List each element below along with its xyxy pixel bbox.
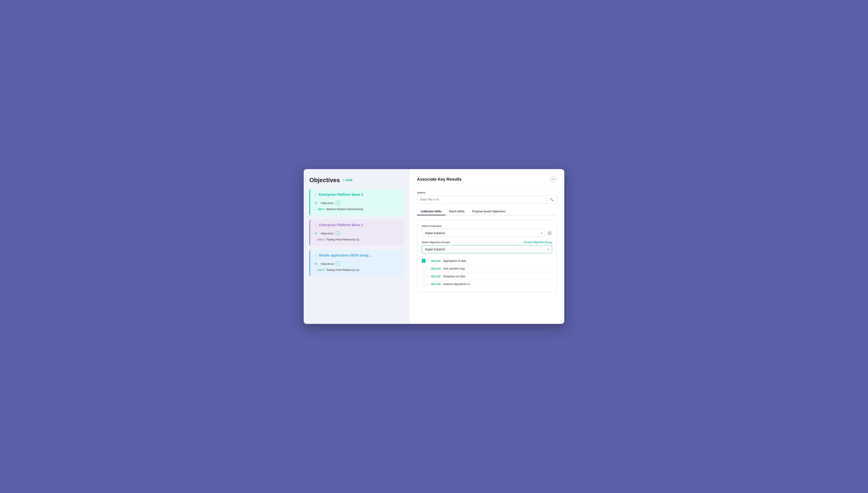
target-icon-2: ◎ <box>315 231 319 235</box>
okr-name-1: User activities logs <box>443 267 465 270</box>
obj-item-row-2: › OBJ-1 Testing Final Release by Q1 <box>315 237 399 242</box>
drag-icon-3: ⊹ <box>315 254 317 257</box>
checkbox-2[interactable] <box>422 274 426 278</box>
okr-chevron-1[interactable]: › <box>428 267 429 270</box>
okr-item-1: › OBJ-278 User activities logs <box>422 265 552 273</box>
left-panel: Objectives + Add ⊹ Enterprise Platform W… <box>304 169 410 324</box>
obj-id-1: OBJ-1 <box>318 208 325 211</box>
okr-item-3: › OBJ-105 Analysis algorythms v1 <box>422 280 552 288</box>
checkbox-1[interactable] <box>422 267 426 271</box>
okr-item-0: › OBJ-201 Aggregation of data <box>422 257 552 265</box>
obj-item-row-1: › OBJ-1 Batches Related Improvements <box>315 207 399 212</box>
search-input-wrap: 🔍 <box>417 195 557 203</box>
tab-batch-okrs[interactable]: Batch OKRs <box>445 208 468 215</box>
chevron-down-icon-2: ▾ <box>548 248 549 251</box>
okr-name-0: Aggregation of data <box>443 259 466 262</box>
search-button[interactable]: 🔍 <box>546 196 557 203</box>
select-collection-label: Select Collection <box>422 224 552 228</box>
select-collection-row: Digital Solutions ▾ i <box>422 229 552 237</box>
okr-chevron-2[interactable]: › <box>428 275 429 277</box>
okr-id-3: OBJ-105 <box>431 283 441 285</box>
okr-id-2: OBJ-280 <box>431 275 441 278</box>
chevron-right-icon-2: › <box>315 238 316 241</box>
add-objective-3-button[interactable]: + <box>336 262 340 266</box>
info-icon[interactable]: i <box>547 231 552 236</box>
select-objective-groups-label: Select Objective Groups <box>422 241 450 244</box>
obj-item-row-3: › OBJ-1 Testing Final Release by Q1 <box>315 267 399 273</box>
card-title-3: Mobile application UI/UX desig… <box>319 254 372 257</box>
card-sub-row-2: ◎ Objectives + <box>315 230 399 237</box>
left-header: Objectives + Add <box>309 177 404 184</box>
checkbox-0[interactable] <box>422 259 426 263</box>
select-collection-dropdown[interactable]: Digital Solutions ▾ <box>422 229 545 237</box>
modal-panel: Associate Key Results × Search 🔍 Collect… <box>410 169 564 324</box>
obj-text-1: Batches Related Improvements <box>326 208 363 211</box>
chevron-right-icon-1: › <box>315 208 316 211</box>
okr-id-0: OBJ-201 <box>431 259 441 262</box>
obj-id-2: OBJ-1 <box>318 238 325 241</box>
create-objective-group-link[interactable]: +Create Objective Group <box>523 241 552 244</box>
search-section: Search 🔍 <box>417 191 557 203</box>
tab-collection-okrs[interactable]: Collection OKRs <box>417 208 445 215</box>
chevron-right-icon-3: › <box>315 269 316 271</box>
objectives-label-2: Objectives <box>321 232 334 235</box>
close-button[interactable]: × <box>550 176 557 183</box>
okr-name-2: Shopping cart data <box>443 275 465 278</box>
search-input[interactable] <box>417 196 546 203</box>
okr-name-3: Analysis algorythms v1 <box>443 282 470 285</box>
chevron-down-icon: ▾ <box>541 232 542 234</box>
card-sub-row-3: ◎ Objectives + <box>315 260 399 267</box>
obj-text-2: Testing Final Release by Q1 <box>326 238 359 241</box>
select-collection-value: Digital Solutions <box>425 231 445 235</box>
select-objective-groups-wrap: Select Objective Groups +Create Objectiv… <box>422 241 552 253</box>
select-collection-wrap: Select Collection Digital Solutions ▾ i <box>422 224 552 237</box>
content-area: Select Collection Digital Solutions ▾ i … <box>417 220 557 293</box>
drag-icon-2: ⊹ <box>315 223 317 227</box>
search-label: Search <box>417 191 557 194</box>
card-sub-row-1: ◎ Objectives + <box>315 199 399 207</box>
select-objective-groups-value: Digital Solutions <box>425 248 445 251</box>
okr-list: › OBJ-201 Aggregation of data › OBJ-278 … <box>422 257 552 288</box>
objective-card-1: ⊹ Enterprise Platform Wave 2 ◎ Objective… <box>309 189 404 216</box>
tab-program-board[interactable]: Program Board Objectives <box>468 208 509 215</box>
obj-groups-header: Select Objective Groups +Create Objectiv… <box>422 241 552 244</box>
checkbox-3[interactable] <box>422 282 426 286</box>
card-title-row-1: ⊹ Enterprise Platform Wave 2 <box>315 193 399 197</box>
modal-title: Associate Key Results <box>417 177 461 182</box>
okr-chevron-0[interactable]: › <box>428 260 429 262</box>
obj-id-3: OBJ-1 <box>318 269 325 272</box>
add-objective-2-button[interactable]: + <box>336 231 340 235</box>
objective-card-2: ⊹ Enterprise Platform Wave 2 ◎ Objective… <box>309 219 404 246</box>
tabs-row: Collection OKRs Batch OKRs Program Board… <box>417 208 557 215</box>
select-objective-groups-dropdown[interactable]: Digital Solutions ▾ <box>422 245 552 253</box>
objectives-label-1: Objectives <box>321 201 334 205</box>
page-title: Objectives <box>309 177 340 184</box>
okr-chevron-3[interactable]: › <box>428 283 429 285</box>
modal-header: Associate Key Results × <box>417 176 557 186</box>
card-title-row-3: ⊹ Mobile application UI/UX desig… <box>315 254 399 257</box>
obj-text-3: Testing Final Release by Q1 <box>326 269 359 272</box>
drag-icon-1: ⊹ <box>315 193 317 196</box>
okr-item-2: › OBJ-280 Shopping cart data <box>422 273 552 280</box>
card-title-row-2: ⊹ Enterprise Platform Wave 2 <box>315 223 399 227</box>
add-objective-1-button[interactable]: + <box>336 201 340 205</box>
card-title-1: Enterprise Platform Wave 2 <box>319 193 363 197</box>
add-objectives-button[interactable]: + Add <box>343 178 352 182</box>
objectives-label-3: Objectives <box>321 262 334 265</box>
objective-card-3: ⊹ Mobile application UI/UX desig… ◎ Obje… <box>309 250 404 276</box>
target-icon-1: ◎ <box>315 201 319 205</box>
okr-id-1: OBJ-278 <box>431 267 441 270</box>
card-title-2: Enterprise Platform Wave 2 <box>319 223 363 227</box>
target-icon-3: ◎ <box>315 262 319 266</box>
